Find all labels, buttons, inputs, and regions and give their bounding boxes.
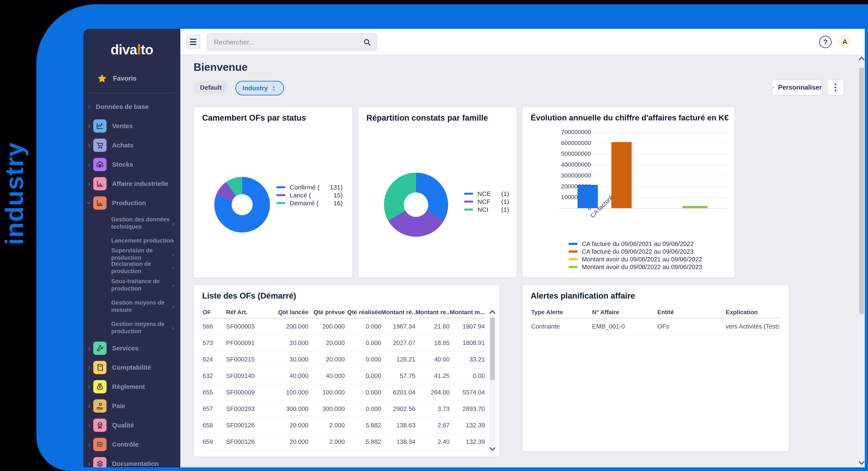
column-header[interactable]: Qté prévue bbox=[308, 309, 345, 316]
sidebar-item-label: Qualité bbox=[112, 421, 134, 429]
chevron-right-icon: › bbox=[172, 251, 174, 258]
sidebar-subitem-declaration-de-production[interactable]: Déclaration de production› bbox=[84, 261, 180, 275]
hand-coin-icon bbox=[93, 399, 106, 413]
table-cell: 659 bbox=[203, 438, 226, 445]
column-header[interactable]: Montant re... bbox=[415, 309, 450, 316]
sidebar-item-stocks[interactable]: ›Stocks bbox=[84, 155, 180, 174]
page-title: Bienvenue bbox=[193, 61, 248, 73]
sidebar-item-label: Affaire industrielle bbox=[112, 180, 168, 187]
chart-legend: NCE(1)NCF(1)NCI(1) bbox=[464, 190, 509, 214]
sidebar-item-paie[interactable]: ›Paie bbox=[84, 396, 180, 416]
column-header[interactable]: Réf Art. bbox=[226, 309, 273, 316]
more-options-button[interactable] bbox=[827, 80, 844, 95]
table-cell: 5.882 bbox=[345, 422, 381, 429]
legend-item: Confirmé (131) bbox=[276, 183, 343, 191]
table-row[interactable]: 655SF000009100.000100.0000.0006201.04264… bbox=[203, 384, 485, 401]
sidebar-item-donnees-de-base[interactable]: ›Données de base bbox=[84, 97, 180, 116]
scroll-up-icon[interactable] bbox=[859, 57, 865, 63]
chevron-right-icon: › bbox=[85, 441, 93, 448]
sidebar-item-controle[interactable]: ›Contrôle bbox=[84, 435, 180, 454]
table-cell: 6201.04 bbox=[381, 389, 415, 396]
chevron-right-icon: › bbox=[85, 460, 93, 467]
legend-label: NCF(1) bbox=[477, 198, 509, 205]
sidebar-subitem-gestion-moyens-de-mesure[interactable]: Gestion moyens de mesure› bbox=[84, 296, 180, 317]
legend-label: Confirmé (131) bbox=[290, 184, 343, 191]
column-header[interactable]: OF bbox=[203, 309, 226, 316]
table-cell: 1907.94 bbox=[450, 323, 485, 330]
chevron-right-icon: › bbox=[172, 324, 174, 332]
legend-label: CA facturé du 09/06/2022 au 09/06/2023 bbox=[582, 248, 702, 255]
table-row[interactable]: ContrainteEMB_001-0OFsvers Activités (Te… bbox=[531, 318, 779, 335]
sidebar-item-label: Documentation bbox=[112, 460, 159, 467]
sidebar-item-reglement[interactable]: ›Règlement bbox=[84, 377, 180, 396]
table-cell: 624 bbox=[203, 356, 226, 363]
table-cell: 5.882 bbox=[345, 438, 381, 445]
table-row[interactable]: 573PF00009120.00020.0000.0002027.0718.85… bbox=[203, 335, 485, 351]
personalize-button[interactable]: Personnaliser bbox=[772, 80, 822, 95]
industry-watermark: industry bbox=[0, 129, 28, 258]
sidebar-subitem-label: Gestion moyens de mesure bbox=[111, 299, 180, 314]
sidebar-subitem-lancement-production[interactable]: Lancement production› bbox=[84, 234, 180, 248]
search-icon[interactable] bbox=[363, 38, 371, 46]
table-row[interactable]: 566SF000003200.000200.0000.0001967.3421.… bbox=[203, 318, 485, 335]
sidebar-item-production[interactable]: ›Production bbox=[84, 193, 180, 213]
bar-chart-icon bbox=[93, 177, 106, 190]
column-header[interactable]: Entité bbox=[657, 309, 726, 316]
help-icon[interactable]: ? bbox=[819, 36, 832, 48]
table-scrollbar[interactable] bbox=[489, 308, 495, 452]
sidebar-subitem-gestion-moyens-de-production[interactable]: Gestion moyens de production› bbox=[84, 317, 180, 339]
tab-default[interactable]: Default bbox=[193, 81, 228, 94]
legend-swatch bbox=[568, 243, 578, 245]
tab-industry[interactable]: Industry bbox=[236, 81, 284, 95]
table-row[interactable]: 657SF000293300.000300.0000.0002902.563.7… bbox=[203, 401, 485, 417]
gridline bbox=[559, 208, 728, 209]
page-scrollbar[interactable] bbox=[858, 55, 865, 467]
card-title: Alertes planification affaire bbox=[531, 291, 635, 301]
sidebar-item-achats[interactable]: ›Achats bbox=[84, 136, 180, 155]
y-axis-tick: 300000000 bbox=[561, 172, 591, 179]
scroll-down-icon[interactable] bbox=[489, 445, 495, 451]
column-header[interactable]: Explication bbox=[726, 309, 779, 316]
table-row[interactable]: 659SF00012620.0002.0005.882138.342.40132… bbox=[203, 434, 485, 450]
table-scrollbar-thumb[interactable] bbox=[490, 318, 495, 380]
table-row[interactable]: 632SF00914040.00040.0000.00057.7541.250.… bbox=[203, 368, 485, 384]
sidebar-item-affaire-industrielle[interactable]: ›Affaire industrielle bbox=[84, 174, 180, 193]
sidebar-item-documentation[interactable]: ›Documentation bbox=[84, 454, 180, 467]
table-cell: 0.00 bbox=[450, 372, 485, 379]
table-row[interactable]: 624SF00021530.00020.0000.000128.2140.003… bbox=[203, 351, 485, 368]
table-cell: 2.67 bbox=[415, 422, 450, 429]
card-title: Liste des OFs (Démarré) bbox=[202, 291, 296, 301]
page-scrollbar-thumb[interactable] bbox=[859, 68, 864, 314]
column-header[interactable]: Qté lancée bbox=[273, 309, 308, 316]
chevron-right-icon: › bbox=[172, 264, 174, 272]
column-header[interactable]: Type Alerte bbox=[531, 309, 592, 316]
chevron-right-icon: › bbox=[172, 237, 174, 245]
column-header[interactable]: N° Affaire bbox=[592, 309, 657, 316]
sidebar-item-ventes[interactable]: ›Ventes bbox=[84, 116, 180, 136]
table-cell: 20.000 bbox=[273, 438, 308, 445]
column-header[interactable]: Montant m... bbox=[450, 309, 485, 316]
sidebar-subitem-sous-traitance-de-production[interactable]: Sous-traitance de production› bbox=[84, 275, 180, 296]
sidebar-item-comptabilite[interactable]: ›Comptabilité bbox=[84, 358, 180, 377]
sidebar-item-label: Règlement bbox=[112, 383, 145, 390]
search-input[interactable]: Rechercher... bbox=[207, 33, 377, 51]
scroll-down-icon[interactable] bbox=[859, 459, 865, 465]
column-header[interactable]: Qté réalisée bbox=[345, 309, 381, 316]
avatar[interactable]: A bbox=[838, 35, 851, 48]
table-row[interactable]: 658SF00012620.0002.0005.882138.632.67132… bbox=[203, 417, 485, 434]
legend-label: Montant avoir du 09/06/2022 au 09/06/202… bbox=[582, 263, 702, 271]
sidebar-item-qualite[interactable]: ›Qualité bbox=[84, 416, 180, 435]
table-cell: 655 bbox=[203, 389, 226, 396]
scroll-up-icon[interactable] bbox=[489, 310, 495, 316]
table-cell: 30.000 bbox=[273, 356, 308, 363]
sidebar-item-services[interactable]: ›Services bbox=[84, 339, 180, 358]
menu-button[interactable] bbox=[186, 35, 200, 49]
legend-item: Montant avoir du 09/06/2022 au 09/06/202… bbox=[568, 263, 702, 271]
app-window: divalto Favoris ›Données de base›Ventes›… bbox=[84, 29, 865, 467]
sidebar-subitem-supervision-de-production[interactable]: Supervision de production› bbox=[84, 248, 180, 261]
column-header[interactable]: Montant ré... bbox=[381, 309, 415, 316]
sidebar-item-favoris[interactable]: Favoris bbox=[91, 72, 180, 85]
sidebar-subitem-gestion-des-donnees-techniques[interactable]: Gestion des données techniques› bbox=[84, 213, 180, 234]
sidebar-item-label: Contrôle bbox=[112, 441, 138, 448]
cart-icon bbox=[93, 138, 106, 152]
